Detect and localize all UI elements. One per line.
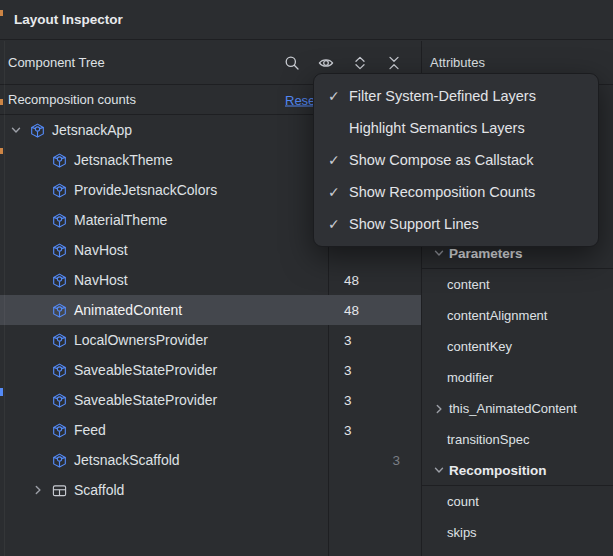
composable-icon [52,423,67,438]
composable-icon [52,303,67,318]
recomposition-count: 3 [344,393,400,408]
expand-all-icon[interactable] [352,55,368,71]
skip-count: 3 [392,453,400,468]
tree-node-label: ProvideJetsnackColors [74,182,217,198]
collapse-all-icon[interactable] [386,55,402,71]
composable-icon [52,363,67,378]
component-tree-title: Component Tree [8,55,105,70]
composable-icon [52,183,67,198]
checkmark-icon [328,184,349,200]
menu-item-label: Show Support Lines [349,216,479,232]
recomposition-count: 3 [344,423,400,438]
section-title: Parameters [449,246,523,261]
edge-divider [4,41,5,556]
tree-node-label: JetsnackScaffold [74,452,180,468]
component-tree-toolbar [284,55,402,71]
attr-label: modifier [447,370,493,385]
composable-icon [52,273,67,288]
menu-item-show-support-lines[interactable]: Show Support Lines [314,208,598,240]
composable-icon [52,453,67,468]
tree-node-label: NavHost [74,242,128,258]
tree-node-label: Feed [74,422,106,438]
menu-item-highlight-semantics-layers[interactable]: Highlight Semantics Layers [314,112,598,144]
attributes-title: Attributes [430,55,485,70]
tree-node-label: NavHost [74,272,128,288]
view-options-menu: Filter System-Defined Layers Highlight S… [313,73,599,247]
attr-item-skips[interactable]: skips [422,517,613,548]
tree-row-navhost-2[interactable]: NavHost 48 [0,265,421,295]
attr-item-transitionspec[interactable]: transitionSpec [422,424,613,455]
tree-row-localownersprovider[interactable]: LocalOwnersProvider 3 [0,325,421,355]
tree-node-label: JetsnackTheme [74,152,173,168]
tool-window-titlebar: Layout Inspector [0,0,613,40]
tree-node-label: LocalOwnersProvider [74,332,208,348]
recomposition-count: 48 [344,303,400,318]
menu-item-show-compose-as-callstack[interactable]: Show Compose as Callstack [314,144,598,176]
recomposition-counts-label: Recomposition counts [8,92,136,107]
tree-node-label: Scaffold [74,482,124,498]
composable-icon [52,153,67,168]
attr-label: contentAlignment [447,308,547,323]
tree-node-label: JetsnackApp [52,122,132,138]
edge-sliver-orange [0,99,3,105]
edge-sliver-blue [0,388,3,396]
composable-icon [52,243,67,258]
edge-sliver-orange [0,148,3,154]
attr-label: contentKey [447,339,512,354]
tree-node-label: AnimatedContent [74,302,182,318]
tree-row-scaffold[interactable]: Scaffold [0,475,421,505]
tree-row-saveablestateprovider-1[interactable]: SaveableStateProvider 3 [0,355,421,385]
tree-row-saveablestateprovider-2[interactable]: SaveableStateProvider 3 [0,385,421,415]
chevron-right-icon[interactable] [431,401,447,417]
composable-icon [52,213,67,228]
recomposition-count: 3 [344,333,400,348]
attr-label: this_AnimatedContent [449,401,577,416]
menu-item-label: Show Recomposition Counts [349,184,535,200]
composable-icon [52,393,67,408]
attr-item-contentalignment[interactable]: contentAlignment [422,300,613,331]
tree-node-label: SaveableStateProvider [74,392,217,408]
recomposition-count: 48 [344,273,400,288]
menu-item-label: Show Compose as Callstack [349,152,534,168]
edge-sliver-orange [0,10,3,16]
menu-item-filter-system-defined-layers[interactable]: Filter System-Defined Layers [314,80,598,112]
menu-item-label: Highlight Semantics Layers [349,120,525,136]
attr-label: content [447,277,490,292]
attr-label: transitionSpec [447,432,529,447]
checkmark-icon [328,216,349,232]
composable-icon [30,123,45,138]
menu-item-show-recomposition-counts[interactable]: Show Recomposition Counts [314,176,598,208]
attr-label: skips [447,525,477,540]
attr-item-contentkey[interactable]: contentKey [422,331,613,362]
attr-item-this-animatedcontent[interactable]: this_AnimatedContent [422,393,613,424]
checkmark-icon [328,152,349,168]
tree-row-jetsnackscaffold[interactable]: JetsnackScaffold 3 [0,445,421,475]
recomposition-count: 3 [344,363,400,378]
tree-row-animatedcontent[interactable]: AnimatedContent 48 [0,295,421,325]
tree-node-label: SaveableStateProvider [74,362,217,378]
attributes-body: Parameters content contentAlignment cont… [422,238,613,548]
attr-item-content[interactable]: content [422,269,613,300]
section-title: Recomposition [449,463,547,478]
tree-node-label: MaterialTheme [74,212,167,228]
chevron-right-icon[interactable] [30,482,46,498]
chevron-down-icon[interactable] [8,122,24,138]
attr-label: count [447,494,479,509]
view-options-eye-icon[interactable] [318,55,334,71]
chevron-down-icon [431,462,447,478]
scaffold-layout-icon [52,483,67,498]
checkmark-icon [328,88,349,104]
menu-item-label: Filter System-Defined Layers [349,88,536,104]
tree-row-feed[interactable]: Feed 3 [0,415,421,445]
section-header-recomposition[interactable]: Recomposition [422,455,613,486]
attr-item-modifier[interactable]: modifier [422,362,613,393]
search-icon[interactable] [284,55,300,71]
composable-icon [52,333,67,348]
chevron-down-icon [431,245,447,261]
tool-window-title: Layout Inspector [14,12,123,27]
attr-item-count[interactable]: count [422,486,613,517]
